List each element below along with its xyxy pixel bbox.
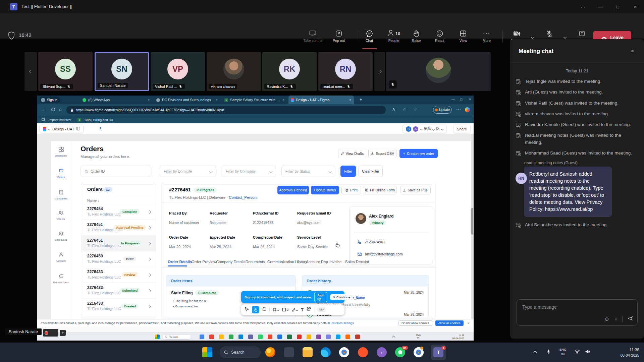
save-as-pdf-button[interactable]: Save as PDF [400,186,431,194]
name-column-header[interactable]: Name ↓ [87,198,99,202]
sidebar-item-employees[interactable]: Employees [51,231,71,241]
fill-online-form-button[interactable]: Fill Online Form [363,186,397,194]
sidebar-item-orders[interactable]: Orders [51,168,71,179]
tray-mic-icon[interactable] [546,349,551,356]
contact-phone-row[interactable]: 2123874901 [358,240,385,244]
favorite-star-icon[interactable]: ☆ [402,107,406,112]
visual-studio-icon[interactable]: ‹ [377,347,387,357]
filter-company-dropdown[interactable]: Filter by Company [222,166,276,177]
figma-collab-controls[interactable]: S A 94% [402,125,447,133]
video-tile-vishal[interactable]: VP Vishal Patil ... [151,52,205,91]
people-button[interactable]: 10 People [382,29,406,43]
resources-tool-icon[interactable] [307,307,311,313]
order-row-selected[interactable]: 2276451TL Flex Holdings LLC In Progress [81,235,156,251]
video-tile-shivani[interactable]: SS Shivani Sup... [38,52,93,91]
video-tile-vikram[interactable]: vikram chavan [207,52,261,91]
react-button[interactable]: React [429,29,451,43]
clear-filter-button[interactable]: Clear Filter [359,166,383,177]
attach-plus-icon[interactable]: + [614,316,618,322]
update-status-button[interactable]: Update status [311,186,339,194]
app-icon[interactable] [316,335,321,339]
order-row[interactable]: 2276450TL Flex Holdings LLC Draft [81,251,156,267]
start-icon[interactable] [155,335,160,339]
window-maximize-button[interactable]: □ [609,0,627,13]
app-icon[interactable] [277,335,282,339]
import-favorites-link[interactable]: Import favorites [49,118,70,122]
copilot-icon[interactable] [465,107,470,112]
order-row[interactable]: 2276433TL Flex Holdings LLC Submitted [81,283,156,298]
create-new-order-button[interactable]: + Create new order [399,149,438,158]
order-id-input[interactable] [91,169,141,173]
tab-invoice[interactable]: Invoice [329,260,341,264]
collections-heart-icon[interactable]: ♡ [413,107,417,112]
browser-close-icon[interactable]: × [469,97,471,101]
view-button[interactable]: View [452,29,474,43]
text-tool-icon[interactable]: T [301,307,304,312]
sidebar-item-clients[interactable]: Clients [51,210,71,221]
export-csv-button[interactable]: Export CSV [368,149,396,158]
chat-input-box[interactable]: ☺ + [517,299,638,326]
pop-out-button[interactable]: Pop out [328,29,350,43]
send-icon[interactable] [627,315,633,323]
frame-tool[interactable] [273,308,279,312]
cookies-settings-link[interactable]: Cookies settings [332,321,354,325]
filter-domicile-dropdown[interactable]: Filter by Domicile [160,166,216,177]
app-icon[interactable] [219,335,224,339]
contact-person-link[interactable]: Contact_Person. [229,195,258,199]
app-icon[interactable] [355,335,360,339]
order-id-search[interactable] [80,166,151,177]
window-more-button[interactable]: ··· [574,0,592,13]
taskbar-search[interactable] [220,347,261,358]
app-icon[interactable] [297,335,302,339]
firefox-icon[interactable] [265,347,275,357]
browser-profile-signin[interactable]: Sign in [40,97,60,103]
scrollbar-track[interactable] [471,134,474,319]
dark-app-icon[interactable] [284,347,294,357]
tab-order-preview[interactable]: Order Preview [192,260,216,264]
file-explorer-icon[interactable] [303,347,313,357]
order-row[interactable]: 2216433TL Flex Holdings LLC Created [81,298,156,314]
new-tab-icon[interactable]: + [360,97,362,102]
app-icon[interactable] [345,335,350,339]
taskbar-clock[interactable]: 11:38 08-04-2025 [621,347,639,358]
tab-close-icon[interactable]: × [148,98,150,102]
signup-button[interactable]: Sign up [314,292,327,302]
back-icon[interactable]: ← [42,107,46,112]
volume-icon[interactable] [585,349,590,355]
app-icon[interactable] [209,335,214,339]
tab-order-details[interactable]: Order Details [168,260,192,264]
message-input[interactable] [522,304,606,310]
filter-button[interactable]: Filter [340,166,356,177]
app-icon[interactable] [307,335,311,339]
language-indicator[interactable]: ENGIN [416,334,421,340]
close-icon[interactable]: × [631,48,634,54]
order-row[interactable]: 2279454TL Flex Holdings LLC Complete [81,204,156,220]
search-pill[interactable]: Search [162,334,191,340]
tab-documents[interactable]: Documents [246,260,265,264]
wifi-icon[interactable] [574,349,580,355]
window-close-button[interactable]: × [627,0,644,13]
browser-tab-excel[interactable]: x Sample Salary Structure with calc × [222,96,287,104]
video-tile-readai[interactable]: RN read.ai mee... [318,52,373,91]
tab-communication-history[interactable]: Communication History [267,260,307,264]
allow-cookies-button[interactable]: Allow all cookies [435,320,464,326]
edge-icon[interactable] [321,347,331,357]
app-icon[interactable] [200,335,204,339]
hand-tool-icon[interactable] [252,306,259,313]
take-control-button[interactable]: Take control [302,29,324,43]
app-icon[interactable] [238,335,243,339]
video-tile-santosh[interactable]: SN Santosh Narate [95,52,149,91]
browser-menu-icon[interactable]: ··· [456,107,461,112]
browser-update-button[interactable]: Update [433,106,452,114]
mic-options-chevron-icon[interactable] [564,36,567,39]
browser-tab-whatsapp[interactable]: (6) WhatsApp × [80,96,152,104]
move-tool-icon[interactable] [245,307,249,313]
language-indicator[interactable]: ENGIN [559,348,567,356]
video-tile-large[interactable] [386,52,491,91]
browser-tab-figma[interactable]: Design - UAT - Figma × [288,96,354,104]
address-bar[interactable]: https://www.figma.com/design/9BKQ0FOHRWa… [66,106,386,114]
tray-chevron-icon[interactable] [392,336,395,339]
video-tile-ravindra[interactable]: RK Ravindra K... [262,52,317,91]
tab-close-icon[interactable]: × [216,98,218,102]
scrollbar-thumb[interactable] [471,208,473,235]
